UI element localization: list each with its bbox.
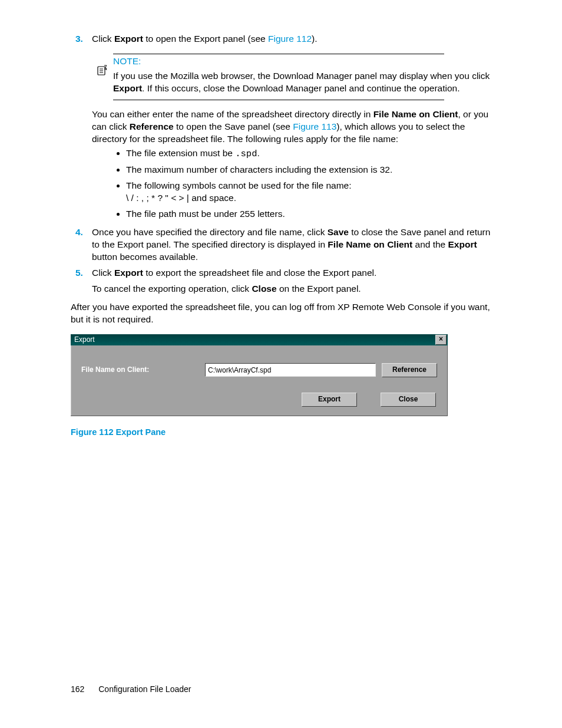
step-3-text: Click Export to open the Export panel (s… [92, 34, 318, 44]
section-title: Configuration File Loader [98, 684, 191, 694]
figure-caption: Figure 112 Export Pane [71, 427, 491, 439]
step-5-number: 5. [75, 267, 83, 279]
step-4-number: 4. [75, 226, 83, 239]
note-icon [97, 64, 108, 76]
dialog-title-text: Export [74, 335, 95, 344]
figure-112-link[interactable]: Figure 112 [268, 34, 312, 44]
rule-max-chars: The maximum number of characters includi… [126, 164, 491, 176]
file-name-label: File Name on Client: [81, 365, 199, 374]
step-3: 3. Click Export to open the Export panel… [71, 33, 491, 220]
step-3-number: 3. [75, 33, 83, 45]
close-button[interactable]: Close [381, 393, 436, 407]
file-name-rules: The file extension must be .spd. The max… [126, 147, 491, 220]
note-body: If you use the Mozilla web browser, the … [113, 70, 491, 95]
rule-path-length: The file path must be under 255 letters. [126, 208, 491, 220]
dialog-titlebar: Export × [71, 334, 448, 345]
note-title: NOTE: [113, 55, 491, 68]
export-dialog: Export × File Name on Client: Reference … [71, 334, 448, 416]
step-4-text: Once you have specified the directory an… [92, 227, 490, 262]
reference-button[interactable]: Reference [382, 363, 437, 377]
step-5-cancel: To cancel the exporting operation, click… [92, 283, 491, 295]
step-5-text: Click Export to export the spreadsheet f… [92, 268, 376, 278]
step-5: 5. Click Export to export the spreadshee… [71, 267, 491, 295]
file-name-input[interactable] [205, 363, 376, 377]
rule-symbols: The following symbols cannot be used for… [126, 180, 491, 205]
note-block: NOTE: If you use the Mozilla web browser… [92, 54, 491, 100]
step-4: 4. Once you have specified the directory… [71, 226, 491, 263]
rule-extension: The file extension must be .spd. [126, 147, 491, 160]
page-number: 162 [71, 684, 84, 695]
figure-113-link[interactable]: Figure 113 [293, 121, 336, 131]
file-name-paragraph: You can either enter the name of the spr… [92, 108, 491, 146]
page-footer: 162 Configuration File Loader [71, 684, 191, 695]
export-button[interactable]: Export [302, 393, 357, 407]
after-export-paragraph: After you have exported the spreadsheet … [71, 301, 491, 326]
close-icon[interactable]: × [435, 335, 447, 345]
